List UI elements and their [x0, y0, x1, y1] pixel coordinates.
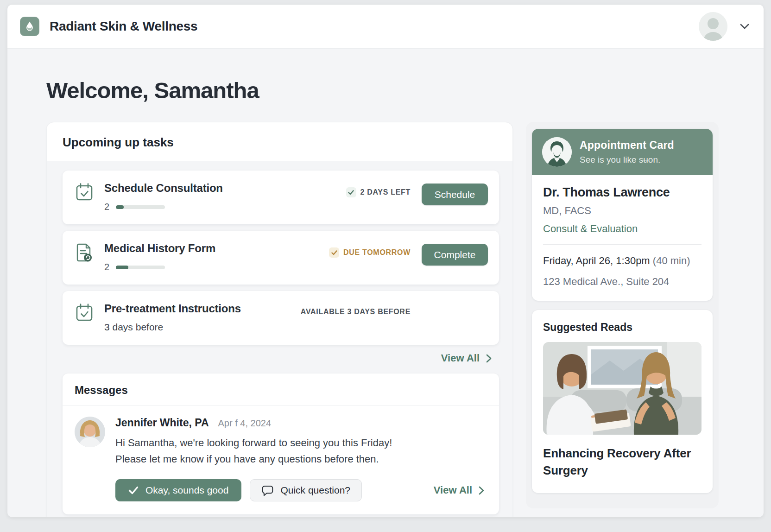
task-subtitle: 3 days before — [104, 322, 301, 333]
task-title: Pre-treatment Instructions — [104, 302, 301, 315]
sender-avatar — [75, 417, 105, 447]
availability-badge: AVAILABLE 3 DAYS BEFORE — [301, 308, 411, 316]
due-badge-label: 2 DAYS LEFT — [360, 188, 411, 196]
message-date: Apr f 4, 2024 — [218, 418, 272, 429]
complete-button[interactable]: Complete — [422, 244, 488, 266]
appointment-card: Appointment Card See is you like sʉon. D… — [532, 129, 713, 301]
speech-bubble-icon — [261, 484, 274, 496]
appointment-card-header-text: Appointment Card See is you like sʉon. — [580, 139, 674, 165]
appointment-card-title: Appointment Card — [580, 139, 674, 152]
sender-name: Jennifer White, PA — [115, 417, 209, 429]
task-progress: 2 — [104, 202, 346, 212]
page-title: Welcome, Samantha — [46, 77, 764, 103]
messages-view-all-link[interactable]: View All — [434, 484, 484, 496]
main-columns: Upcoming up tasks Schedule Consultation … — [46, 122, 725, 517]
message-line: Please let me know if you have any quest… — [115, 451, 487, 467]
brand: Radiant Skin & Wellness — [20, 17, 197, 36]
message-text: Hi Samantha, we're looking forward to se… — [115, 435, 487, 467]
due-badge: 2 DAYS LEFT — [346, 187, 411, 197]
appointment-address: 123 Medical Ave., Suite 204 — [543, 276, 701, 288]
view-all-label: View All — [434, 484, 472, 496]
task-title: Schedule Consultation — [104, 182, 346, 195]
divider — [543, 244, 701, 245]
article-image[interactable] — [543, 342, 701, 435]
app-header: Radiant Skin & Wellness — [7, 5, 764, 49]
due-badge-label: DUE TOMORROW — [343, 248, 411, 257]
availability-badge-label: AVAILABLE 3 DAYS BEFORE — [301, 308, 411, 316]
appointment-card-subtitle: See is you like sʉon. — [580, 155, 674, 165]
progress-count: 2 — [104, 262, 109, 272]
due-badge: DUE TOMORROW — [329, 247, 411, 258]
schedule-button[interactable]: Schedule — [422, 184, 488, 205]
calendar-check-icon — [74, 182, 95, 203]
progress-bar — [116, 205, 165, 209]
tasks-view-all-link[interactable]: View All — [441, 352, 492, 364]
app-window: Radiant Skin & Wellness Welcome, Samanth… — [7, 5, 764, 517]
message-line: Hi Samantha, we're looking forward to se… — [115, 435, 487, 451]
appointment-duration: (40 min) — [653, 255, 690, 266]
right-sidebar: Appointment Card See is you like sʉon. D… — [526, 122, 719, 508]
task-info: Schedule Consultation 2 — [104, 182, 346, 212]
task-row-medical-history: Medical History Form 2 DUE TOMORROW — [63, 231, 499, 285]
header-right — [699, 12, 750, 41]
messages-title: Messages — [63, 374, 499, 405]
task-progress: 2 — [104, 262, 329, 272]
check-icon — [128, 486, 139, 494]
user-avatar[interactable] — [699, 12, 727, 41]
doctor-name: Dr. Thomas Lawrence — [543, 185, 701, 200]
quick-question-button[interactable]: Quick question? — [250, 479, 362, 501]
messages-card: Messages — [63, 374, 499, 514]
doctor-credentials: MD, FACS — [543, 205, 701, 217]
chevron-right-icon — [479, 486, 484, 495]
view-all-label: View All — [441, 352, 480, 364]
medical-form-icon — [74, 242, 95, 263]
suggested-reads-title: Suggested Reads — [543, 321, 701, 334]
appointment-card-body: Dr. Thomas Lawrence MD, FACS Consult & E… — [532, 175, 713, 301]
question-button-label: Quick question? — [280, 485, 350, 496]
check-icon — [346, 187, 356, 197]
appointment-service: Consult & Evaluation — [543, 223, 701, 235]
doctor-avatar — [542, 137, 572, 167]
task-title: Medical History Form — [104, 242, 329, 255]
progress-bar — [116, 266, 165, 269]
chevron-right-icon — [486, 354, 492, 363]
upcoming-tasks-card: Upcoming up tasks Schedule Consultation … — [46, 122, 513, 517]
appointment-card-header: Appointment Card See is you like sʉon. — [532, 129, 713, 175]
brand-name: Radiant Skin & Wellness — [50, 19, 197, 34]
okay-button-label: Okay, sounds good — [145, 485, 228, 496]
article-title[interactable]: Enhancing Recovery After Surgery — [543, 445, 701, 479]
droplet-icon — [20, 17, 39, 36]
suggested-reads-card: Suggested Reads — [532, 310, 713, 493]
task-info: Pre-treatment Instructions 3 days before — [104, 302, 301, 333]
progress-count: 2 — [104, 202, 109, 212]
tasks-card-title: Upcoming up tasks — [47, 122, 512, 161]
task-row-pretreatment: Pre-treatment Instructions 3 days before… — [63, 291, 499, 345]
tasks-card-body: Schedule Consultation 2 2 DAYS LEFT — [47, 161, 512, 517]
calendar-check-icon — [74, 302, 95, 323]
task-row-schedule-consultation: Schedule Consultation 2 2 DAYS LEFT — [63, 171, 499, 224]
okay-sounds-good-button[interactable]: Okay, sounds good — [115, 479, 241, 501]
task-info: Medical History Form 2 — [104, 242, 329, 272]
appointment-datetime: Friday, April 26, 1:30pm (40 min) — [543, 255, 701, 267]
chevron-down-icon[interactable] — [739, 23, 750, 30]
check-icon — [329, 247, 339, 258]
